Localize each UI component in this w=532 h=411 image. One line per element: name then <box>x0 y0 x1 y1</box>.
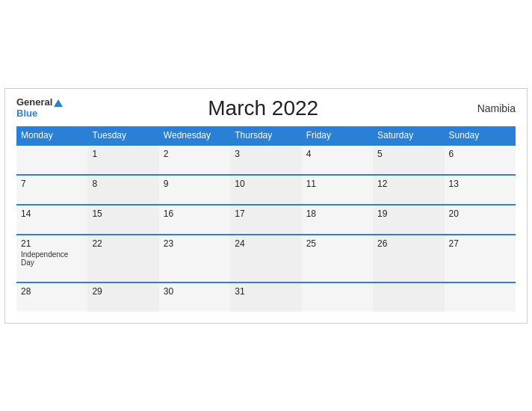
day-number: 28 <box>21 286 83 297</box>
day-cell: 17 <box>230 205 301 235</box>
day-cell: 18 <box>302 205 373 235</box>
day-number: 20 <box>449 208 511 219</box>
day-cell: 28 <box>16 282 87 312</box>
day-cell <box>373 282 444 312</box>
day-cell: 16 <box>159 205 230 235</box>
day-number: 10 <box>235 179 297 189</box>
day-number: 30 <box>164 286 226 297</box>
col-header-wednesday: Wednesday <box>159 126 230 145</box>
day-cell <box>302 282 373 312</box>
day-cell: 24 <box>230 235 301 282</box>
day-cell: 22 <box>87 235 158 282</box>
col-header-tuesday: Tuesday <box>87 126 158 145</box>
day-cell: 23 <box>159 235 230 282</box>
day-number: 3 <box>235 149 297 159</box>
calendar-header: General Blue March 2022 Namibia <box>16 96 516 120</box>
day-number: 16 <box>164 208 226 219</box>
day-number: 11 <box>306 179 368 189</box>
day-number: 17 <box>235 208 297 219</box>
day-cell <box>445 282 516 312</box>
day-number: 1 <box>92 149 154 159</box>
day-number: 5 <box>377 149 439 159</box>
col-header-sunday: Sunday <box>445 126 516 145</box>
day-cell: 13 <box>445 175 516 205</box>
day-cell: 11 <box>302 175 373 205</box>
day-number: 2 <box>164 149 226 159</box>
day-cell: 31 <box>230 282 301 312</box>
day-cell: 27 <box>445 235 516 282</box>
week-row-3: 14151617181920 <box>16 205 516 235</box>
day-cell: 4 <box>302 145 373 175</box>
day-cell: 19 <box>373 205 444 235</box>
header-row: MondayTuesdayWednesdayThursdayFridaySatu… <box>16 126 516 145</box>
day-number: 9 <box>164 179 226 189</box>
day-cell: 26 <box>373 235 444 282</box>
col-header-monday: Monday <box>16 126 87 145</box>
col-header-thursday: Thursday <box>230 126 301 145</box>
col-header-saturday: Saturday <box>373 126 444 145</box>
day-number: 26 <box>377 238 439 249</box>
calendar-title: March 2022 <box>63 96 463 120</box>
logo-general-text: General <box>16 97 63 108</box>
day-number: 31 <box>235 286 297 297</box>
day-number: 22 <box>92 238 154 249</box>
day-number: 12 <box>377 179 439 189</box>
day-number: 23 <box>164 238 226 249</box>
day-cell: 9 <box>159 175 230 205</box>
day-cell: 1 <box>87 145 158 175</box>
day-cell <box>16 145 87 175</box>
day-number: 13 <box>449 179 511 189</box>
col-header-friday: Friday <box>302 126 373 145</box>
day-number: 25 <box>306 238 368 249</box>
week-row-5: 28293031 <box>16 282 516 312</box>
day-number: 24 <box>235 238 297 249</box>
week-row-1: 123456 <box>16 145 516 175</box>
day-number: 14 <box>21 208 83 219</box>
day-cell: 8 <box>87 175 158 205</box>
day-number: 21 <box>21 238 83 249</box>
logo: General Blue <box>16 97 63 119</box>
day-cell: 25 <box>302 235 373 282</box>
day-cell: 2 <box>159 145 230 175</box>
calendar-container: General Blue March 2022 Namibia MondayTu… <box>4 88 528 324</box>
country-label: Namibia <box>463 102 516 114</box>
day-cell: 10 <box>230 175 301 205</box>
day-cell: 21Independence Day <box>16 235 87 282</box>
day-number: 27 <box>449 238 511 249</box>
day-number: 6 <box>449 149 511 159</box>
day-number: 8 <box>92 179 154 189</box>
day-number: 4 <box>306 149 368 159</box>
calendar-tbody: 123456789101112131415161718192021Indepen… <box>16 145 516 312</box>
logo-triangle-icon <box>54 99 63 107</box>
day-number: 15 <box>92 208 154 219</box>
calendar-thead: MondayTuesdayWednesdayThursdayFridaySatu… <box>16 126 516 145</box>
day-cell: 20 <box>445 205 516 235</box>
day-number: 19 <box>377 208 439 219</box>
logo-blue-text: Blue <box>16 108 37 119</box>
day-cell: 30 <box>159 282 230 312</box>
day-number: 29 <box>92 286 154 297</box>
holiday-label: Independence Day <box>21 250 83 267</box>
day-cell: 6 <box>445 145 516 175</box>
day-cell: 5 <box>373 145 444 175</box>
day-cell: 29 <box>87 282 158 312</box>
day-cell: 14 <box>16 205 87 235</box>
day-cell: 3 <box>230 145 301 175</box>
day-cell: 7 <box>16 175 87 205</box>
calendar-table: MondayTuesdayWednesdayThursdayFridaySatu… <box>16 126 516 312</box>
day-cell: 12 <box>373 175 444 205</box>
week-row-4: 21Independence Day222324252627 <box>16 235 516 282</box>
day-number: 18 <box>306 208 368 219</box>
week-row-2: 78910111213 <box>16 175 516 205</box>
day-cell: 15 <box>87 205 158 235</box>
day-number: 7 <box>21 179 83 189</box>
